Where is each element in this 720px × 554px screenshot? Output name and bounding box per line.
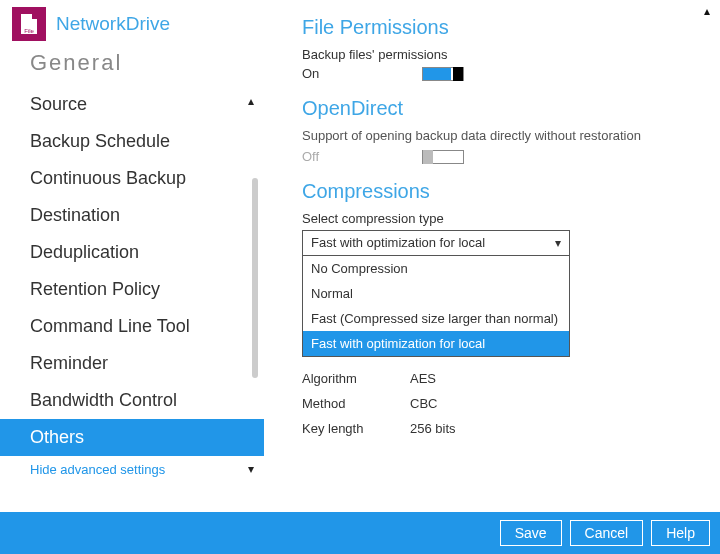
brand-title: NetworkDrive — [56, 13, 170, 35]
encryption-row: Key length 256 bits — [302, 416, 710, 441]
encryption-details: Algorithm AES Method CBC Key length 256 … — [302, 366, 710, 441]
compression-select-wrap: Fast with optimization for local ▾ No Co… — [302, 230, 570, 256]
encryption-val: AES — [410, 371, 436, 386]
encryption-val: CBC — [410, 396, 437, 411]
main-area: File NetworkDrive General Source ▴ Backu… — [0, 0, 720, 512]
sidebar-item-label: Command Line Tool — [30, 316, 190, 336]
sidebar-item-retention-policy[interactable]: Retention Policy — [0, 271, 264, 308]
toggle-state-label: Off — [302, 149, 402, 164]
compression-label: Select compression type — [302, 211, 710, 226]
compressions-title: Compressions — [302, 180, 710, 203]
sidebar-scrollbar[interactable] — [252, 178, 258, 378]
compression-option[interactable]: No Compression — [303, 256, 569, 281]
brand-file-icon: File — [12, 7, 46, 41]
save-button[interactable]: Save — [500, 520, 562, 546]
sidebar-item-label: Continuous Backup — [30, 168, 186, 188]
sidebar-item-deduplication[interactable]: Deduplication — [0, 234, 264, 271]
sidebar-item-label: Backup Schedule — [30, 131, 170, 151]
opendirect-toggle[interactable] — [422, 150, 464, 164]
opendirect-desc: Support of opening backup data directly … — [302, 128, 710, 143]
sidebar-item-source[interactable]: Source ▴ — [0, 86, 264, 123]
compression-option[interactable]: Normal — [303, 281, 569, 306]
sidebar-item-label: Reminder — [30, 353, 108, 373]
opendirect-toggle-row: Off — [302, 149, 710, 164]
file-permissions-toggle[interactable] — [422, 67, 464, 81]
compression-selected-value: Fast with optimization for local — [311, 231, 485, 255]
hide-advanced-label: Hide advanced settings — [30, 462, 165, 477]
compression-option[interactable]: Fast (Compressed size larger than normal… — [303, 306, 569, 331]
encryption-row: Algorithm AES — [302, 366, 710, 391]
sidebar-item-label: General — [30, 50, 122, 75]
chevron-down-icon: ▾ — [555, 231, 561, 255]
chevron-down-icon: ▾ — [248, 462, 254, 476]
sidebar-item-command-line-tool[interactable]: Command Line Tool — [0, 308, 264, 345]
encryption-val: 256 bits — [410, 421, 456, 436]
sidebar-item-general[interactable]: General — [0, 50, 264, 86]
sidebar-item-others[interactable]: Others — [0, 419, 264, 456]
cancel-button[interactable]: Cancel — [570, 520, 644, 546]
encryption-key: Algorithm — [302, 371, 402, 386]
compression-dropdown: No Compression Normal Fast (Compressed s… — [302, 256, 570, 357]
sidebar-item-label: Others — [30, 427, 84, 447]
compression-option[interactable]: Fast with optimization for local — [303, 331, 569, 356]
content-panel: ▴ File Permissions Backup files' permiss… — [264, 0, 720, 512]
sidebar-item-label: Source — [30, 94, 87, 114]
encryption-key: Method — [302, 396, 402, 411]
sidebar-item-continuous-backup[interactable]: Continuous Backup — [0, 160, 264, 197]
chevron-up-icon[interactable]: ▴ — [704, 4, 710, 18]
help-button[interactable]: Help — [651, 520, 710, 546]
compression-select[interactable]: Fast with optimization for local ▾ — [302, 230, 570, 256]
chevron-up-icon: ▴ — [248, 94, 254, 108]
brand: File NetworkDrive — [0, 0, 264, 48]
sidebar-item-destination[interactable]: Destination — [0, 197, 264, 234]
file-permissions-desc: Backup files' permissions — [302, 47, 710, 62]
sidebar-item-label: Bandwidth Control — [30, 390, 177, 410]
sidebar-item-label: Retention Policy — [30, 279, 160, 299]
file-permissions-title: File Permissions — [302, 16, 710, 39]
app-window: File NetworkDrive General Source ▴ Backu… — [0, 0, 720, 554]
opendirect-title: OpenDirect — [302, 97, 710, 120]
sidebar-item-bandwidth-control[interactable]: Bandwidth Control — [0, 382, 264, 419]
nav-list: General Source ▴ Backup Schedule Continu… — [0, 48, 264, 512]
sidebar: File NetworkDrive General Source ▴ Backu… — [0, 0, 264, 512]
hide-advanced-link[interactable]: Hide advanced settings ▾ — [0, 456, 264, 487]
footer-bar: Save Cancel Help — [0, 512, 720, 554]
encryption-row: Method CBC — [302, 391, 710, 416]
toggle-state-label: On — [302, 66, 402, 81]
sidebar-item-label: Destination — [30, 205, 120, 225]
encryption-key: Key length — [302, 421, 402, 436]
sidebar-item-reminder[interactable]: Reminder — [0, 345, 264, 382]
sidebar-item-label: Deduplication — [30, 242, 139, 262]
sidebar-item-backup-schedule[interactable]: Backup Schedule — [0, 123, 264, 160]
file-permissions-toggle-row: On — [302, 66, 710, 81]
